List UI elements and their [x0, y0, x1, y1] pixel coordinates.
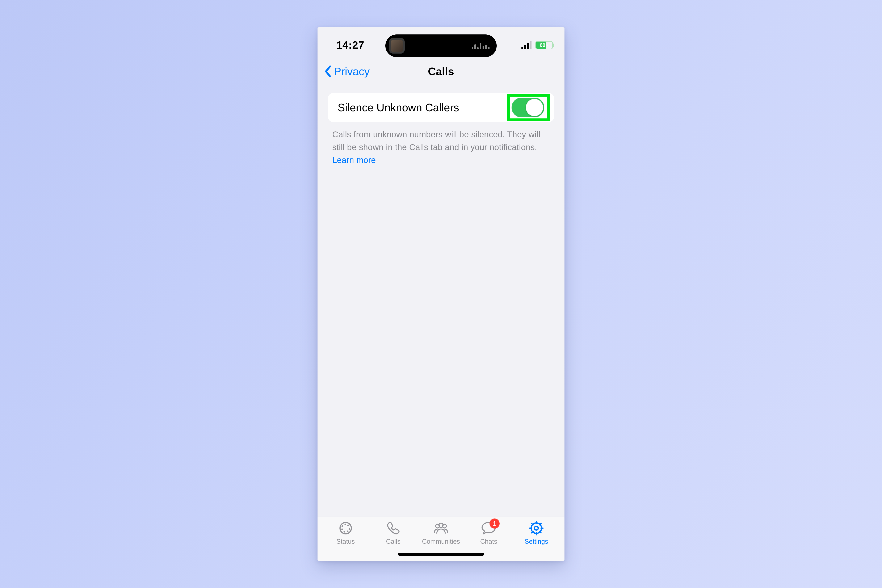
- audio-waveform-icon: [472, 42, 489, 50]
- chevron-left-icon: [324, 65, 332, 78]
- tab-settings[interactable]: Settings: [515, 520, 557, 561]
- setting-footer: Calls from unknown numbers will be silen…: [328, 122, 554, 166]
- silence-unknown-callers-toggle[interactable]: [512, 98, 544, 117]
- tab-status[interactable]: Status: [325, 520, 367, 561]
- silence-unknown-callers-row: Silence Unknown Callers: [328, 93, 554, 122]
- now-playing-thumbnail-icon: [389, 38, 405, 54]
- content-area: Silence Unknown Callers Calls from unkno…: [318, 84, 564, 517]
- tab-label: Calls: [386, 538, 400, 545]
- dynamic-island[interactable]: [386, 34, 496, 57]
- status-time: 14:27: [336, 39, 364, 51]
- tab-label: Status: [336, 538, 355, 545]
- battery-percent: 60: [540, 42, 545, 48]
- gear-icon: [528, 520, 545, 536]
- tab-label: Communities: [422, 538, 460, 545]
- silence-unknown-callers-label: Silence Unknown Callers: [338, 101, 459, 114]
- back-button[interactable]: Privacy: [324, 65, 370, 78]
- tab-label: Settings: [525, 538, 548, 545]
- status-right: 60⚡︎: [521, 41, 553, 50]
- charging-bolt-icon: ⚡︎: [546, 43, 549, 48]
- people-group-icon: [433, 520, 449, 536]
- status-bar: 14:27 60⚡︎: [318, 27, 564, 59]
- back-label: Privacy: [334, 65, 370, 78]
- setting-footer-text: Calls from unknown numbers will be silen…: [332, 130, 540, 152]
- phone-frame: 14:27 60⚡︎ Privacy Call: [318, 27, 564, 561]
- svg-point-6: [534, 526, 538, 530]
- svg-point-1: [342, 524, 350, 532]
- navigation-bar: Privacy Calls: [318, 59, 564, 84]
- home-indicator[interactable]: [398, 553, 484, 556]
- phone-icon: [385, 520, 402, 536]
- learn-more-link[interactable]: Learn more: [332, 155, 376, 165]
- battery-icon: 60⚡︎: [535, 41, 553, 50]
- page-title: Calls: [428, 65, 454, 78]
- status-ring-icon: [337, 520, 354, 536]
- cellular-signal-icon: [521, 41, 531, 50]
- unread-badge: 1: [489, 519, 500, 529]
- tab-label: Chats: [480, 538, 497, 545]
